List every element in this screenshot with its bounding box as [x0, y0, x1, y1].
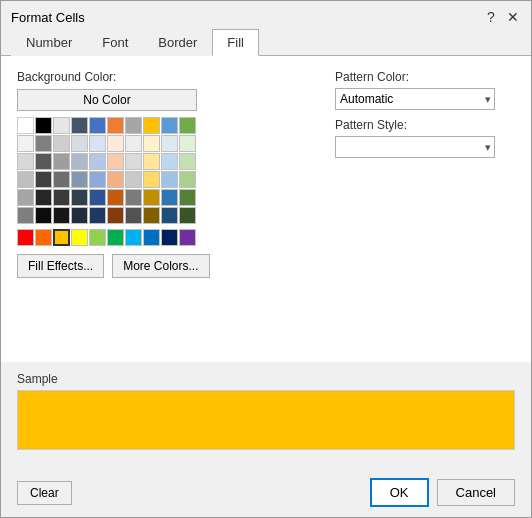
color-cell[interactable]: [107, 135, 124, 152]
help-button[interactable]: ?: [483, 9, 499, 25]
color-cell[interactable]: [53, 135, 70, 152]
color-cell[interactable]: [161, 117, 178, 134]
pattern-style-select[interactable]: [335, 136, 495, 158]
close-button[interactable]: ✕: [505, 9, 521, 25]
color-yellow[interactable]: [71, 229, 88, 246]
color-cell[interactable]: [71, 117, 88, 134]
color-cell[interactable]: [53, 189, 70, 206]
pattern-color-label: Pattern Color:: [335, 70, 515, 84]
color-cyan[interactable]: [125, 229, 142, 246]
color-cell[interactable]: [71, 207, 88, 224]
color-cell[interactable]: [179, 117, 196, 134]
color-lime[interactable]: [89, 229, 106, 246]
color-cell[interactable]: [89, 117, 106, 134]
color-cell[interactable]: [161, 171, 178, 188]
color-cell[interactable]: [161, 207, 178, 224]
color-cell[interactable]: [89, 135, 106, 152]
color-cell[interactable]: [35, 153, 52, 170]
tab-border[interactable]: Border: [143, 29, 212, 56]
color-cell[interactable]: [107, 117, 124, 134]
color-cell[interactable]: [89, 189, 106, 206]
color-cell[interactable]: [53, 207, 70, 224]
color-cell[interactable]: [107, 207, 124, 224]
color-row-basic: [17, 117, 315, 134]
color-gold[interactable]: [53, 229, 70, 246]
pattern-color-select-wrapper: Automatic: [335, 88, 495, 110]
color-cell[interactable]: [143, 135, 160, 152]
bottom-area: Sample: [1, 362, 531, 472]
color-cell[interactable]: [35, 135, 52, 152]
color-blue[interactable]: [143, 229, 160, 246]
color-action-buttons: Fill Effects... More Colors...: [17, 254, 315, 278]
color-black[interactable]: [35, 117, 52, 134]
color-green[interactable]: [107, 229, 124, 246]
color-cell[interactable]: [125, 117, 142, 134]
cancel-button[interactable]: Cancel: [437, 479, 515, 506]
tab-fill[interactable]: Fill: [212, 29, 259, 56]
color-cell[interactable]: [17, 153, 34, 170]
color-cell[interactable]: [17, 171, 34, 188]
color-cell[interactable]: [179, 207, 196, 224]
color-navy[interactable]: [161, 229, 178, 246]
color-cell[interactable]: [179, 135, 196, 152]
fill-effects-button[interactable]: Fill Effects...: [17, 254, 104, 278]
color-cell[interactable]: [89, 171, 106, 188]
color-cell[interactable]: [71, 171, 88, 188]
main-content: Background Color: No Color: [1, 56, 531, 362]
color-cell[interactable]: [53, 117, 70, 134]
color-cell[interactable]: [35, 189, 52, 206]
color-cell[interactable]: [17, 135, 34, 152]
color-cell[interactable]: [161, 189, 178, 206]
sample-section: Sample: [17, 372, 515, 450]
color-cell[interactable]: [17, 189, 34, 206]
left-panel: Background Color: No Color: [17, 70, 315, 348]
color-cell[interactable]: [143, 189, 160, 206]
color-cell[interactable]: [179, 189, 196, 206]
color-cell[interactable]: [107, 153, 124, 170]
background-color-label: Background Color:: [17, 70, 315, 84]
color-cell[interactable]: [125, 171, 142, 188]
tab-number[interactable]: Number: [11, 29, 87, 56]
color-white[interactable]: [17, 117, 34, 134]
color-cell[interactable]: [143, 117, 160, 134]
color-cell[interactable]: [125, 135, 142, 152]
color-cell[interactable]: [179, 171, 196, 188]
color-cell[interactable]: [161, 135, 178, 152]
color-cell[interactable]: [179, 153, 196, 170]
color-cell[interactable]: [35, 171, 52, 188]
color-cell[interactable]: [71, 135, 88, 152]
color-cell[interactable]: [89, 207, 106, 224]
color-cell[interactable]: [17, 207, 34, 224]
color-row-3: [17, 153, 315, 170]
sample-preview: [17, 390, 515, 450]
color-cell[interactable]: [143, 171, 160, 188]
no-color-button[interactable]: No Color: [17, 89, 197, 111]
color-red[interactable]: [17, 229, 34, 246]
title-bar: Format Cells ? ✕: [1, 1, 531, 29]
color-cell[interactable]: [53, 171, 70, 188]
ok-button[interactable]: OK: [370, 478, 429, 507]
color-cell[interactable]: [71, 153, 88, 170]
color-orange[interactable]: [35, 229, 52, 246]
color-grid: [17, 117, 315, 246]
pattern-color-select[interactable]: Automatic: [335, 88, 495, 110]
color-cell[interactable]: [125, 153, 142, 170]
clear-button[interactable]: Clear: [17, 481, 72, 505]
color-cell[interactable]: [71, 189, 88, 206]
color-purple[interactable]: [179, 229, 196, 246]
color-cell[interactable]: [143, 207, 160, 224]
tab-font[interactable]: Font: [87, 29, 143, 56]
color-cell[interactable]: [107, 171, 124, 188]
right-panel: Pattern Color: Automatic Pattern Style:: [335, 70, 515, 348]
color-cell[interactable]: [53, 153, 70, 170]
color-row-6: [17, 207, 315, 224]
color-cell[interactable]: [161, 153, 178, 170]
color-cell[interactable]: [125, 189, 142, 206]
color-cell[interactable]: [107, 189, 124, 206]
color-cell[interactable]: [89, 153, 106, 170]
color-cell[interactable]: [125, 207, 142, 224]
color-cell[interactable]: [35, 207, 52, 224]
dialog-title: Format Cells: [11, 10, 85, 25]
color-cell[interactable]: [143, 153, 160, 170]
more-colors-button[interactable]: More Colors...: [112, 254, 209, 278]
